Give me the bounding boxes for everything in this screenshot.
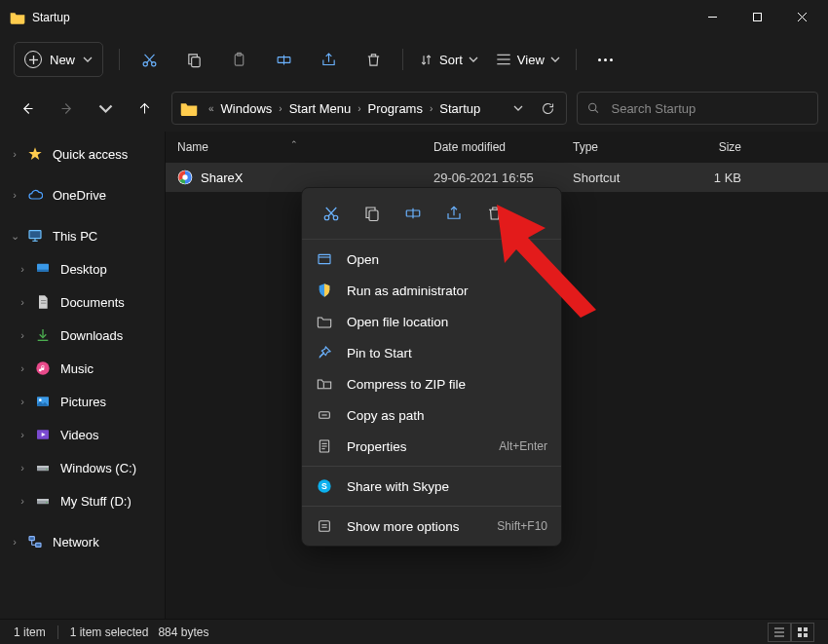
sidebar-item-quick-access[interactable]: ›Quick access [0,137,165,170]
more-button[interactable] [584,42,627,77]
sidebar-item-documents[interactable]: ›Documents [0,285,165,319]
ctx-properties[interactable]: PropertiesAlt+Enter [302,431,561,462]
title-bar: Startup [0,0,828,34]
sidebar-item-windows-c-[interactable]: ›Windows (C:) [0,451,165,484]
paste-button[interactable] [217,42,260,77]
svg-rect-23 [29,231,41,239]
ctx-cut-button[interactable] [312,196,351,231]
ctx-open-file-location[interactable]: Open file location [302,306,561,337]
svg-rect-37 [37,466,49,468]
star-icon [26,145,44,163]
expand-icon: › [16,494,29,508]
sidebar-item-downloads[interactable]: ›Downloads [0,319,165,352]
view-button[interactable]: View [488,53,568,67]
ellipsis-icon [598,58,613,61]
expand-icon: › [8,147,21,161]
history-dropdown-button[interactable] [504,94,533,123]
details-view-button[interactable] [768,623,791,642]
recent-button[interactable] [88,91,123,126]
sidebar-item-desktop[interactable]: ›Desktop [0,252,165,285]
ctx-delete-button[interactable] [475,196,514,231]
column-type[interactable]: Type [561,140,675,154]
ctx-share-with-skype[interactable]: SShare with Skype [302,471,561,502]
ctx-label: Open [347,252,379,267]
ctx-label: Open file location [347,315,448,329]
new-button[interactable]: New [14,42,103,77]
ctx-copy-as-path[interactable]: Copy as path [302,399,561,431]
column-size[interactable]: Size [675,140,753,154]
ctx-label: Properties [347,439,407,454]
up-button[interactable] [127,91,162,126]
ctx-compress-to-zip-file[interactable]: Compress to ZIP file [302,368,561,399]
breadcrumb-item[interactable]: Windows [219,101,275,116]
ctx-rename-button[interactable] [394,196,433,231]
expand-icon: › [16,295,29,309]
ctx-pin-to-start[interactable]: Pin to Start [302,337,561,368]
folder-icon [10,10,25,25]
back-button[interactable] [10,91,45,126]
search-box[interactable] [577,92,818,125]
column-name[interactable]: Name⌃ [166,140,422,154]
file-size: 1 KB [675,170,753,185]
svg-point-34 [39,398,42,401]
breadcrumb-item[interactable]: Start Menu [287,101,354,116]
svg-rect-10 [191,57,200,66]
expand-icon: › [16,262,29,276]
svg-point-47 [182,174,187,179]
ctx-label: Compress to ZIP file [347,377,466,392]
status-bar: 1 item 1 item selected 884 bytes [0,619,828,644]
ctx-show-more-options[interactable]: Show more optionsShift+F10 [302,511,561,542]
chevron-down-icon [469,55,478,64]
svg-rect-43 [36,543,41,547]
network-icon [26,533,44,550]
sidebar-item-pictures[interactable]: ›Pictures [0,385,165,418]
delete-button[interactable] [352,42,395,77]
sidebar-item-my-stuff-d-[interactable]: ›My Stuff (D:) [0,484,165,517]
close-button[interactable] [779,2,824,33]
share-button[interactable] [307,42,350,77]
copy-button[interactable] [172,42,215,77]
forward-button[interactable] [49,91,84,126]
cut-button[interactable] [128,42,170,77]
expand-icon: › [16,361,29,375]
sort-button[interactable]: Sort [411,53,486,67]
drive-icon [34,459,52,476]
address-bar[interactable]: « Windows› Start Menu› Programs› Startup [171,92,567,125]
breadcrumb-item[interactable]: Programs [366,101,425,116]
thumbnails-view-button[interactable] [791,623,814,642]
ctx-label: Show more options [347,519,460,534]
breadcrumb-item[interactable]: Startup [437,101,482,116]
sidebar-item-network[interactable]: ›Network [0,525,165,558]
status-item-count: 1 item [14,625,46,639]
maximize-button[interactable] [734,2,779,33]
cloud-icon [26,186,44,204]
svg-rect-53 [798,633,802,637]
ctx-open[interactable]: Open [302,244,561,275]
minimize-button[interactable] [690,2,734,33]
svg-text:S: S [321,481,327,491]
sidebar-item-onedrive[interactable]: ›OneDrive [0,178,165,211]
videos-icon [34,426,52,443]
sidebar: ›Quick access›OneDrive⌄This PC›Desktop›D… [0,132,166,619]
navigation-bar: « Windows› Start Menu› Programs› Startup [0,85,828,132]
sidebar-item-this-pc[interactable]: ⌄This PC [0,219,165,252]
sidebar-label: Pictures [60,395,106,409]
pin-icon [316,344,333,361]
window-title: Startup [32,11,70,24]
ctx-share-button[interactable] [434,196,473,231]
column-headers: Name⌃ Date modified Type Size [166,132,828,163]
search-input[interactable] [611,101,808,116]
ctx-copy-button[interactable] [353,196,392,231]
refresh-button[interactable] [533,94,562,123]
sidebar-item-videos[interactable]: ›Videos [0,418,165,451]
status-size: 884 bytes [158,625,208,639]
ctx-run-as-administrator[interactable]: Run as administrator [302,275,561,306]
svg-point-38 [46,469,47,470]
column-date[interactable]: Date modified [422,140,561,154]
svg-rect-52 [804,627,808,631]
ctx-label: Run as administrator [347,284,469,298]
expand-icon: › [16,461,29,474]
svg-rect-59 [369,210,378,221]
sidebar-item-music[interactable]: ›Music [0,352,165,385]
rename-button[interactable] [262,42,305,77]
